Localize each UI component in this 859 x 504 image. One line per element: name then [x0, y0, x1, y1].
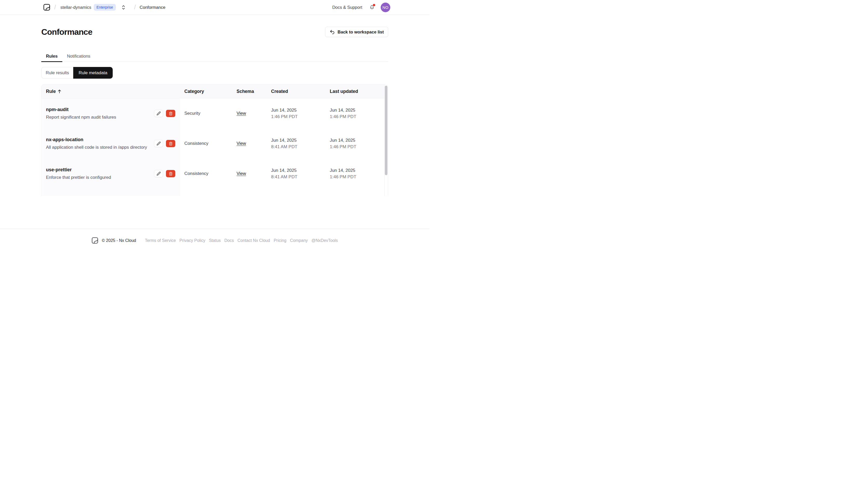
column-header-schema[interactable]: Schema [232, 85, 267, 98]
footer-link-company[interactable]: Company [290, 238, 308, 243]
rule-name: nx-apps-location [46, 137, 147, 142]
rule-cell: use-prettier Enforce that prettier is co… [42, 158, 180, 189]
notifications-bell-button[interactable] [370, 5, 374, 10]
view-toggle: Rule results Rule metadata [41, 67, 113, 79]
rule-name: use-prettier [46, 167, 111, 172]
created-date: Jun 14, 2025 [271, 107, 298, 113]
footer-link-nxdevtools[interactable]: @NxDevTools [311, 238, 338, 243]
created-time: 1:46 PM PDT [271, 114, 298, 120]
nx-cloud-footer-logo-icon [92, 237, 98, 244]
delete-rule-button[interactable] [166, 140, 175, 147]
page-title: Conformance [41, 27, 92, 37]
updated-time: 1:46 PM PDT [330, 174, 356, 180]
rule-description: Report significant npm audit failures [46, 115, 116, 120]
edit-rule-button[interactable] [154, 140, 163, 147]
rule-description: All application shell code is stored in … [46, 145, 147, 150]
updated-date: Jun 14, 2025 [330, 168, 356, 173]
rule-name: npm-audit [46, 107, 116, 112]
table-header-row: Rule Category Schema Created Last update… [42, 85, 388, 98]
schema-cell: View [232, 158, 267, 189]
footer-link-contact[interactable]: Contact Nx Cloud [238, 238, 270, 243]
created-cell: Jun 14, 2025 8:41 AM PDT [267, 158, 326, 189]
main-content: Conformance Back to workspace list Rules… [41, 27, 388, 196]
rule-cell: nx-apps-location All application shell c… [42, 128, 180, 158]
delete-rule-button[interactable] [166, 170, 175, 177]
category-cell: Security [180, 98, 232, 128]
docs-support-link[interactable]: Docs & Support [332, 5, 362, 10]
updated-date: Jun 14, 2025 [330, 107, 356, 113]
column-header-category[interactable]: Category [180, 85, 232, 98]
breadcrumb-page: Conformance [140, 5, 165, 10]
rule-metadata-toggle[interactable]: Rule metadata [73, 67, 113, 79]
trash-icon [169, 142, 173, 146]
pencil-icon [156, 111, 161, 116]
trash-icon [169, 172, 173, 176]
table-scrollbar-track [384, 85, 388, 196]
schema-cell: View [232, 98, 267, 128]
edit-rule-button[interactable] [154, 110, 163, 117]
schema-cell: View [232, 128, 267, 158]
view-schema-link[interactable]: View [237, 141, 246, 146]
breadcrumb-workspace[interactable]: stellar-dynamics [60, 5, 91, 10]
nx-cloud-logo-icon[interactable] [43, 4, 50, 11]
workspace-switcher-icon[interactable] [122, 5, 125, 10]
undo-arrow-icon [330, 29, 335, 35]
updated-time: 1:46 PM PDT [330, 114, 356, 120]
trash-icon [169, 111, 173, 116]
updated-time: 1:46 PM PDT [330, 144, 356, 150]
rules-table: Rule Category Schema Created Last update… [41, 85, 388, 196]
enterprise-badge: Enterprise [94, 4, 116, 11]
sort-ascending-icon [58, 90, 61, 93]
tab-rules[interactable]: Rules [41, 52, 62, 61]
created-time: 8:41 AM PDT [271, 144, 297, 150]
view-schema-link[interactable]: View [237, 171, 246, 176]
created-date: Jun 14, 2025 [271, 168, 297, 173]
column-header-rule[interactable]: Rule [42, 85, 180, 98]
last-updated-cell: Jun 14, 2025 1:46 PM PDT [326, 98, 384, 128]
column-header-last-updated[interactable]: Last updated [326, 85, 384, 98]
back-button-label: Back to workspace list [337, 30, 384, 34]
footer-link-terms[interactable]: Terms of Service [145, 238, 176, 243]
breadcrumb-separator: / [54, 4, 56, 11]
updated-date: Jun 14, 2025 [330, 138, 356, 143]
notification-dot [373, 4, 375, 6]
copyright: © 2025 - Nx Cloud [102, 238, 136, 243]
category-cell: Consistency [180, 128, 232, 158]
footer-link-status[interactable]: Status [209, 238, 221, 243]
table-row: nx-apps-location All application shell c… [42, 128, 388, 158]
created-cell: Jun 14, 2025 1:46 PM PDT [267, 98, 326, 128]
last-updated-cell: Jun 14, 2025 1:46 PM PDT [326, 158, 384, 189]
breadcrumb: / stellar-dynamics Enterprise / Conforma… [41, 4, 165, 11]
footer-link-docs[interactable]: Docs [224, 238, 234, 243]
column-header-created[interactable]: Created [267, 85, 326, 98]
pencil-icon [156, 171, 161, 176]
tab-bar: Rules Notifications [41, 52, 388, 62]
delete-rule-button[interactable] [166, 110, 175, 117]
footer-link-pricing[interactable]: Pricing [274, 238, 286, 243]
created-time: 8:41 AM PDT [271, 174, 297, 180]
back-to-workspace-list-button[interactable]: Back to workspace list [325, 27, 388, 37]
edit-rule-button[interactable] [154, 170, 163, 177]
footer-link-privacy[interactable]: Privacy Policy [179, 238, 206, 243]
last-updated-cell: Jun 14, 2025 1:46 PM PDT [326, 128, 384, 158]
pencil-icon [156, 141, 161, 146]
footer: © 2025 - Nx Cloud Terms of Service Priva… [0, 229, 430, 252]
table-row: npm-audit Report significant npm audit f… [42, 98, 388, 128]
rule-cell: npm-audit Report significant npm audit f… [42, 98, 180, 128]
category-cell: Consistency [180, 158, 232, 189]
rule-description: Enforce that prettier is configured [46, 175, 111, 180]
created-cell: Jun 14, 2025 8:41 AM PDT [267, 128, 326, 158]
table-row: use-prettier Enforce that prettier is co… [42, 158, 388, 189]
top-bar: / stellar-dynamics Enterprise / Conforma… [0, 0, 430, 15]
created-date: Jun 14, 2025 [271, 138, 297, 143]
user-avatar[interactable]: NO [381, 3, 390, 12]
rule-results-toggle[interactable]: Rule results [41, 67, 73, 79]
table-scrollbar-thumb[interactable] [385, 86, 388, 175]
view-schema-link[interactable]: View [237, 111, 246, 116]
tab-notifications[interactable]: Notifications [62, 52, 95, 61]
breadcrumb-separator: / [134, 4, 136, 11]
